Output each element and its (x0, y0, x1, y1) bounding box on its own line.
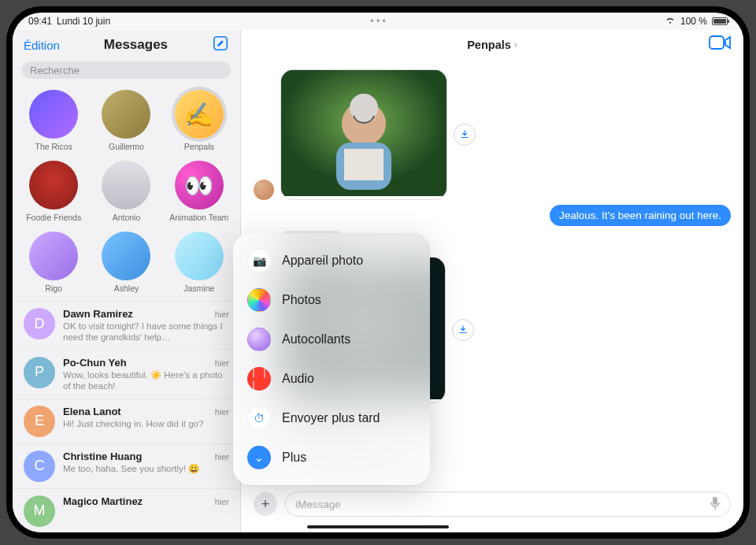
attachments-plus-button[interactable]: + (254, 492, 277, 516)
menu-item-label: Autocollants (282, 332, 350, 347)
multitask-dots[interactable]: • • • (370, 16, 385, 27)
menu-item-send-later[interactable]: ⏱ Envoyer plus tard (239, 399, 424, 438)
menu-item-label: Plus (282, 450, 306, 465)
pinned-conversation[interactable]: The Ricos (19, 90, 88, 151)
device-frame: 09:41 Lundi 10 juin • • • 100 % Édition … (6, 6, 750, 539)
pinned-label: Guillermo (109, 142, 144, 151)
chat-title: Penpals (467, 39, 511, 51)
send-later-icon: ⏱ (247, 406, 271, 430)
sender-avatar[interactable] (254, 180, 274, 200)
conversation-name: Dawn Ramirezhier (63, 308, 229, 320)
pinned-avatar (102, 161, 150, 209)
chevron-right-icon: › (514, 39, 517, 50)
conversation-row[interactable]: C Christine Huanghier Me too, haha. See … (13, 443, 240, 488)
attachments-popover: 📷 Appareil photo Photos Autocollants ｜｜｜… (233, 233, 430, 485)
status-time: 09:41 (28, 16, 52, 27)
bubble-outgoing: Jealous. It's been raining out here. (550, 205, 731, 226)
pinned-conversation[interactable]: Foodie Friends (19, 161, 88, 222)
pinned-grid: The Ricos Guillermo ✍️ Penpals Foodie Fr… (13, 85, 240, 301)
pinned-avatar (102, 90, 150, 139)
wifi-icon (665, 16, 676, 27)
conversation-name: Magico Martinezhier (63, 495, 229, 507)
pinned-conversation[interactable]: ✍️ Penpals (165, 90, 234, 151)
conversation-row[interactable]: P Po-Chun Yehhier Wow, looks beautiful. … (13, 350, 240, 399)
pinned-label: Rigo (45, 284, 62, 293)
battery-icon (712, 17, 728, 25)
menu-item-label: Envoyer plus tard (282, 411, 380, 425)
list-avatar: P (24, 357, 55, 388)
edit-button[interactable]: Édition (24, 39, 60, 52)
pinned-label: Foodie Friends (26, 213, 81, 222)
conversation-name: Po-Chun Yehhier (63, 357, 229, 369)
menu-item-camera[interactable]: 📷 Appareil photo (239, 241, 424, 280)
menu-item-photos[interactable]: Photos (239, 280, 424, 320)
save-photo-button[interactable] (454, 124, 476, 146)
conversation-time: hier (215, 358, 229, 368)
conversation-row[interactable]: E Elena Lanothier Hi! Just checking in. … (13, 399, 240, 443)
pinned-label: Antonio (113, 213, 141, 222)
pinned-avatar: ✍️ (175, 90, 224, 139)
conversation-preview: Wow, looks beautiful. ☀️ Here's a photo … (63, 369, 229, 392)
sidebar-title: Messages (104, 37, 168, 53)
stickers-icon (247, 328, 271, 351)
pinned-conversation[interactable]: Ashley (91, 232, 161, 293)
screen: 09:41 Lundi 10 juin • • • 100 % Édition … (13, 13, 743, 532)
menu-item-label: Photos (282, 293, 321, 307)
conversation-name: Christine Huanghier (63, 450, 229, 462)
pinned-avatar: 👀 (175, 161, 224, 209)
pinned-label: Ashley (114, 284, 139, 293)
list-avatar: C (24, 450, 55, 482)
message-incoming-photo[interactable] (254, 69, 731, 200)
battery-pct: 100 % (680, 16, 707, 27)
menu-item-audio[interactable]: ｜｜｜ Audio (239, 359, 424, 399)
search-placeholder: Recherche (30, 65, 80, 76)
compose-button[interactable] (212, 35, 229, 55)
menu-item-stickers[interactable]: Autocollants (239, 320, 424, 359)
pinned-conversation[interactable]: Jasmine (165, 232, 234, 293)
chat-header[interactable]: Penpals › (241, 30, 743, 60)
camera-icon: 📷 (247, 249, 271, 272)
conversation-time: hier (215, 310, 229, 319)
facetime-button[interactable] (709, 35, 731, 54)
pinned-avatar (175, 232, 224, 280)
menu-item-label: Appareil photo (282, 254, 363, 268)
dictation-icon[interactable] (710, 496, 721, 513)
message-input[interactable]: iMessage (285, 491, 731, 517)
list-avatar: D (24, 308, 55, 339)
status-bar: 09:41 Lundi 10 juin • • • 100 % (13, 13, 743, 30)
conversation-preview: Hi! Just checking in. How did it go? (63, 418, 229, 429)
pinned-label: Jasmine (183, 284, 214, 293)
pinned-avatar (29, 232, 78, 280)
svg-rect-15 (713, 497, 717, 505)
menu-item-more[interactable]: ⌄ Plus (239, 438, 424, 477)
pinned-conversation[interactable]: Antonio (91, 161, 161, 222)
conversation-preview: Me too, haha. See you shortly! 😀 (63, 463, 229, 474)
svg-rect-6 (344, 149, 384, 180)
pinned-label: Penpals (184, 142, 214, 151)
pinned-label: The Ricos (35, 142, 72, 151)
save-photo-button[interactable] (452, 319, 474, 341)
conversation-list: D Dawn Ramirezhier OK to visit tonight? … (13, 301, 240, 532)
pinned-avatar (29, 90, 78, 139)
pinned-avatar (29, 161, 78, 209)
pinned-conversation[interactable]: 👀 Animation Team (165, 161, 234, 222)
pinned-avatar (102, 232, 150, 280)
conversation-row[interactable]: M Magico Martinezhier (13, 488, 240, 533)
photo-attachment[interactable] (280, 69, 447, 200)
message-outgoing[interactable]: Jealous. It's been raining out here. (254, 205, 731, 226)
conversation-time: hier (215, 452, 229, 462)
search-input[interactable]: Recherche (22, 61, 231, 79)
photos-icon (247, 288, 271, 312)
pinned-label: Animation Team (169, 213, 228, 222)
list-avatar: M (24, 495, 55, 527)
audio-icon: ｜｜｜ (247, 367, 271, 391)
conversation-row[interactable]: D Dawn Ramirezhier OK to visit tonight? … (13, 301, 240, 350)
list-avatar: E (24, 406, 55, 437)
pinned-conversation[interactable]: Rigo (19, 232, 88, 293)
svg-rect-1 (710, 36, 724, 49)
message-placeholder: iMessage (295, 499, 341, 510)
home-indicator[interactable] (307, 525, 449, 528)
menu-item-label: Audio (282, 372, 314, 386)
status-date: Lundi 10 juin (57, 16, 110, 27)
pinned-conversation[interactable]: Guillermo (91, 90, 161, 151)
